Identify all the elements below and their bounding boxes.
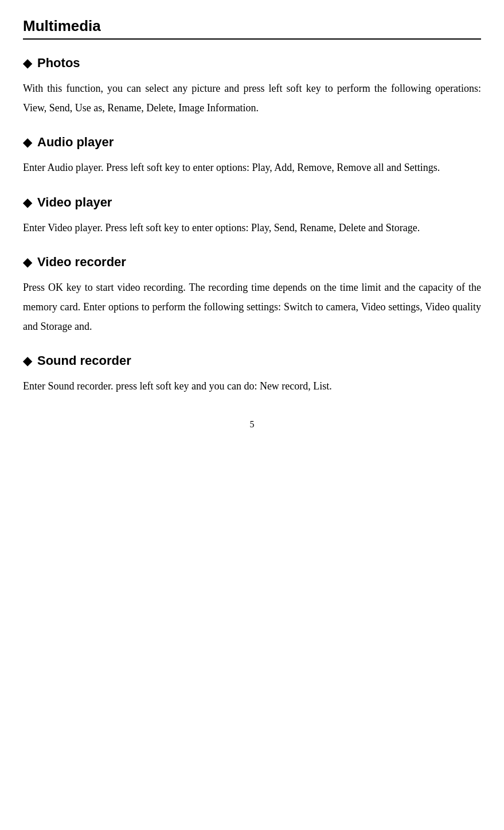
section-sound-recorder: ◆ Sound recorder Enter Sound recorder. p… bbox=[23, 353, 481, 396]
section-title-photos: Photos bbox=[37, 56, 80, 71]
section-title-audio-player: Audio player bbox=[37, 135, 114, 150]
section-photos: ◆ Photos With this function, you can sel… bbox=[23, 56, 481, 118]
section-body-photos: With this function, you can select any p… bbox=[23, 79, 481, 118]
title-divider bbox=[23, 38, 481, 40]
section-heading-audio-player: ◆ Audio player bbox=[23, 135, 481, 150]
section-audio-player: ◆ Audio player Enter Audio player. Press… bbox=[23, 135, 481, 177]
page-title: Multimedia bbox=[23, 17, 481, 35]
section-body-sound-recorder: Enter Sound recorder. press left soft ke… bbox=[23, 376, 481, 396]
section-video-player: ◆ Video player Enter Video player. Press… bbox=[23, 195, 481, 237]
section-body-audio-player: Enter Audio player. Press left soft key … bbox=[23, 158, 481, 177]
page-number: 5 bbox=[23, 419, 481, 430]
section-heading-video-player: ◆ Video player bbox=[23, 195, 481, 210]
diamond-icon-photos: ◆ bbox=[23, 56, 32, 70]
section-heading-photos: ◆ Photos bbox=[23, 56, 481, 71]
section-video-recorder: ◆ Video recorder Press OK key to start v… bbox=[23, 255, 481, 337]
diamond-icon-video-recorder: ◆ bbox=[23, 255, 32, 269]
diamond-icon-audio-player: ◆ bbox=[23, 135, 32, 149]
sections-container: ◆ Photos With this function, you can sel… bbox=[23, 56, 481, 396]
diamond-icon-video-player: ◆ bbox=[23, 196, 32, 209]
diamond-icon-sound-recorder: ◆ bbox=[23, 354, 32, 368]
section-heading-sound-recorder: ◆ Sound recorder bbox=[23, 353, 481, 368]
section-title-sound-recorder: Sound recorder bbox=[37, 353, 131, 368]
section-body-video-player: Enter Video player. Press left soft key … bbox=[23, 218, 481, 237]
section-title-video-recorder: Video recorder bbox=[37, 255, 126, 270]
section-body-video-recorder: Press OK key to start video recording. T… bbox=[23, 278, 481, 337]
section-title-video-player: Video player bbox=[37, 195, 112, 210]
section-heading-video-recorder: ◆ Video recorder bbox=[23, 255, 481, 270]
